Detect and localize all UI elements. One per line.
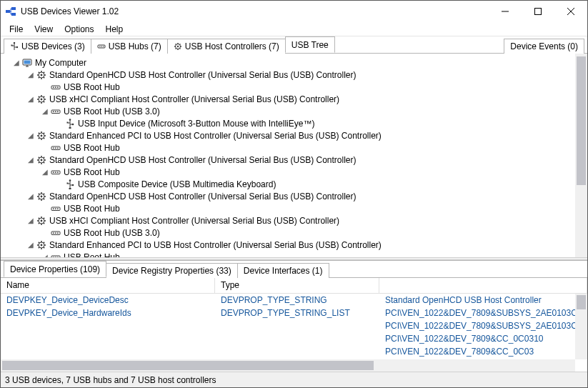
usb-hub-icon — [51, 167, 61, 177]
tree-toggle[interactable]: ◢ — [26, 71, 35, 79]
property-row[interactable]: DEVPKEY_Device_HardwareIdsDEVPROP_TYPE_S… — [1, 307, 587, 319]
tree-toggle[interactable]: ◢ — [26, 192, 35, 200]
tree-node[interactable]: USB Input Device (Microsoft 3-Button Mou… — [4, 117, 582, 129]
properties-list[interactable]: DEVPKEY_Device_DeviceDescDEVPROP_TYPE_ST… — [1, 294, 587, 372]
tree-node[interactable]: USB Root Hub (USB 3.0) — [4, 227, 582, 239]
svg-point-46 — [41, 195, 43, 197]
tree-node[interactable]: ◢Standard OpenHCD USB Host Controller (U… — [4, 69, 582, 81]
svg-point-29 — [72, 123, 74, 125]
svg-rect-33 — [53, 147, 54, 149]
svg-rect-2 — [11, 13, 16, 16]
tree-node-label: Standard OpenHCD USB Host Controller (Un… — [49, 70, 356, 80]
tab-label: USB Hubs (7) — [109, 41, 161, 51]
svg-rect-9 — [101, 46, 102, 47]
gear-icon — [36, 70, 46, 80]
svg-rect-26 — [57, 111, 59, 112]
tree-node-label: Standard Enhanced PCI to USB Host Contro… — [49, 131, 382, 141]
app-window: USB Devices Viewer 1.02 File View Option… — [0, 0, 588, 388]
column-header-name[interactable]: Name — [1, 278, 215, 293]
svg-rect-40 — [55, 171, 56, 173]
tree-toggle[interactable]: ◢ — [26, 95, 35, 103]
column-header-type[interactable]: Type — [215, 278, 379, 293]
property-type: DEVPROP_TYPE_STRING_LIST — [215, 307, 379, 319]
tree-node[interactable]: USB Root Hub — [4, 141, 582, 154]
svg-rect-0 — [6, 10, 10, 13]
menu-help[interactable]: Help — [100, 23, 129, 36]
usb-hub-icon — [97, 42, 106, 51]
tree-node-label: USB Input Device (Microsoft 3-Button Mou… — [78, 119, 314, 129]
prop-scrollbar-v[interactable] — [575, 294, 587, 359]
property-row[interactable]: PCI\VEN_1022&DEV_7809&SUBSYS_2AE0103C — [1, 319, 587, 332]
tree-node[interactable]: ◢Standard OpenHCD USB Host Controller (U… — [4, 154, 582, 166]
tab-usb-hubs[interactable]: USB Hubs (7) — [91, 39, 168, 54]
menu-view[interactable]: View — [29, 23, 59, 36]
prop-scrollbar-h[interactable] — [1, 359, 575, 372]
svg-rect-48 — [53, 208, 54, 209]
gear-icon — [36, 191, 46, 202]
window-controls — [489, 1, 587, 22]
scrollbar-thumb[interactable] — [2, 361, 374, 370]
svg-point-6 — [16, 46, 18, 48]
svg-rect-61 — [55, 257, 56, 257]
svg-rect-35 — [57, 147, 59, 149]
tab-device-properties[interactable]: Device Properties (109) — [4, 261, 106, 277]
tab-device-registry-properties[interactable]: Device Registry Properties (33) — [106, 263, 238, 278]
tab-usb-devices[interactable]: USB Devices (3) — [4, 39, 91, 54]
tree-node[interactable]: ◢USB xHCI Compliant Host Controller (Uni… — [4, 93, 582, 105]
tree-toggle[interactable]: ◢ — [26, 156, 35, 164]
tree-node[interactable]: ◢USB Root Hub (USB 3.0) — [4, 105, 582, 117]
tree-toggle[interactable]: ◢ — [12, 59, 21, 66]
svg-rect-19 — [55, 86, 56, 88]
scrollbar-thumb[interactable] — [577, 56, 586, 185]
close-button[interactable] — [554, 1, 587, 22]
tab-label: USB Host Controllers (7) — [185, 41, 279, 51]
svg-point-58 — [41, 244, 43, 246]
column-header-value[interactable] — [379, 278, 587, 293]
svg-rect-62 — [57, 257, 59, 257]
tree-node[interactable]: ◢USB Root Hub — [4, 251, 582, 257]
menu-file[interactable]: File — [4, 23, 29, 36]
tree-node[interactable]: ◢My Computer — [4, 56, 582, 69]
tab-usb-tree[interactable]: USB Tree — [285, 36, 335, 53]
tree-toggle[interactable]: ◢ — [26, 131, 35, 139]
property-value: PCI\VEN_1022&DEV_7809&CC_0C0310 — [379, 333, 587, 344]
usb-hub-icon — [51, 143, 61, 153]
tab-device-interfaces[interactable]: Device Interfaces (1) — [237, 263, 329, 278]
scrollbar-thumb[interactable] — [577, 295, 586, 309]
tree-toggle[interactable]: ◢ — [26, 217, 35, 224]
tree-toggle[interactable]: ◢ — [41, 168, 49, 176]
tree-node[interactable]: ◢USB Root Hub — [4, 166, 582, 178]
svg-rect-20 — [57, 86, 59, 88]
svg-rect-41 — [57, 171, 59, 173]
tree-toggle[interactable]: ◢ — [41, 253, 49, 257]
tree-toggle[interactable]: ◢ — [26, 241, 35, 249]
tree-node[interactable]: ◢Standard Enhanced PCI to USB Host Contr… — [4, 239, 582, 251]
tree-node[interactable]: ◢Standard OpenHCD USB Host Controller (U… — [4, 190, 582, 202]
bottom-tabstrip: Device Properties (109) Device Registry … — [1, 261, 587, 278]
svg-rect-14 — [24, 60, 31, 64]
svg-rect-43 — [67, 182, 69, 184]
minimize-button[interactable] — [489, 1, 522, 22]
tree-scrollbar[interactable] — [575, 54, 587, 257]
svg-rect-10 — [103, 46, 104, 47]
tree-node[interactable]: ◢Standard Enhanced PCI to USB Host Contr… — [4, 129, 582, 141]
tree-node-label: USB Root Hub — [64, 204, 120, 214]
tree-node[interactable]: ◢USB xHCI Compliant Host Controller (Uni… — [4, 214, 582, 227]
tree-node[interactable]: USB Composite Device (USB Multimedia Key… — [4, 178, 582, 190]
svg-rect-34 — [55, 147, 56, 149]
tree-node-label: Standard OpenHCD USB Host Controller (Un… — [49, 191, 356, 202]
usb-device-icon — [10, 42, 19, 51]
tree-node-label: USB Root Hub — [64, 143, 120, 153]
tree-node[interactable]: USB Root Hub — [4, 202, 582, 214]
menu-options[interactable]: Options — [59, 23, 99, 36]
svg-rect-49 — [55, 208, 56, 209]
property-row[interactable]: PCI\VEN_1022&DEV_7809&CC_0C03 — [1, 345, 587, 358]
maximize-button[interactable] — [522, 1, 554, 22]
tree-node[interactable]: USB Root Hub — [4, 81, 582, 93]
property-row[interactable]: DEVPKEY_Device_DeviceDescDEVPROP_TYPE_ST… — [1, 294, 587, 307]
tree-toggle[interactable]: ◢ — [41, 107, 49, 115]
tab-usb-host-controllers[interactable]: USB Host Controllers (7) — [167, 39, 286, 54]
property-row[interactable]: PCI\VEN_1022&DEV_7809&CC_0C0310 — [1, 332, 587, 345]
tab-device-events[interactable]: Device Events (0) — [504, 39, 584, 54]
tree-pane[interactable]: ◢My Computer◢Standard OpenHCD USB Host C… — [1, 54, 587, 257]
